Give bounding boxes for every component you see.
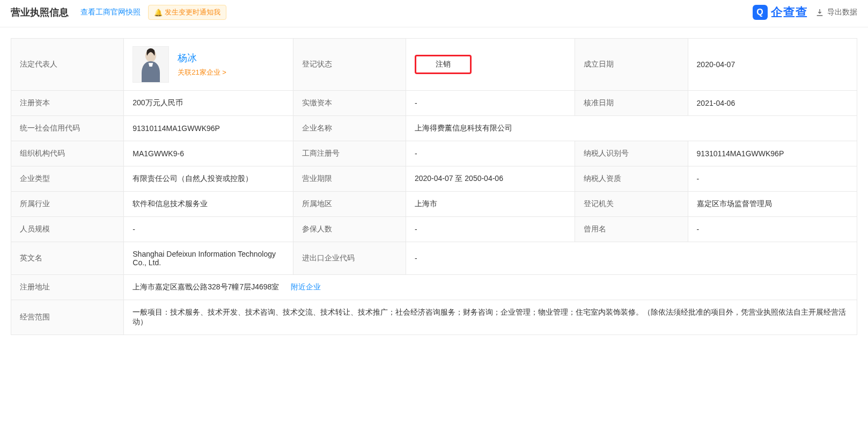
label-tax-qual: 纳税人资质 bbox=[575, 166, 688, 192]
value-org-code: MA1GWWK9-6 bbox=[124, 141, 293, 166]
table-row: 人员规模 - 参保人数 - 曾用名 - bbox=[11, 217, 857, 242]
label-company-name: 企业名称 bbox=[293, 116, 406, 141]
value-biz-scope: 一般项目：技术服务、技术开发、技术咨询、技术交流、技术转让、技术推广；社会经济咨… bbox=[124, 300, 857, 335]
value-reg-capital: 200万元人民币 bbox=[124, 91, 293, 116]
bell-icon: 🔔 bbox=[154, 9, 163, 17]
value-tax-qual: - bbox=[688, 166, 857, 192]
label-reg-authority: 登记机关 bbox=[575, 192, 688, 217]
value-import-export: - bbox=[406, 242, 857, 275]
value-biz-term: 2020-04-07 至 2050-04-06 bbox=[406, 166, 575, 192]
business-license-table: 法定代表人 杨冰 关联21家企业 > 登记状态 注销 bbox=[11, 38, 857, 335]
value-reg-authority: 嘉定区市场监督管理局 bbox=[688, 192, 857, 217]
qcc-logo-text: 企查查 bbox=[771, 4, 808, 20]
label-biz-scope: 经营范围 bbox=[11, 300, 124, 335]
label-region: 所属地区 bbox=[293, 192, 406, 217]
label-reg-capital: 注册资本 bbox=[11, 91, 124, 116]
label-biz-term: 营业期限 bbox=[293, 166, 406, 192]
label-reg-no: 工商注册号 bbox=[293, 141, 406, 166]
label-approval-date: 核准日期 bbox=[575, 91, 688, 116]
value-staff-size: - bbox=[124, 217, 293, 242]
reg-address-text: 上海市嘉定区嘉戬公路328号7幢7层J4698室 bbox=[133, 282, 279, 291]
value-company-type: 有限责任公司（自然人投资或控股） bbox=[124, 166, 293, 192]
label-reg-status: 登记状态 bbox=[293, 39, 406, 91]
value-estab-date: 2020-04-07 bbox=[688, 39, 857, 91]
value-paid-capital: - bbox=[406, 91, 575, 116]
table-row: 统一社会信用代码 91310114MA1GWWK96P 企业名称 上海得费薰信息… bbox=[11, 116, 857, 141]
label-paid-capital: 实缴资本 bbox=[293, 91, 406, 116]
nearby-companies-link[interactable]: 附近企业 bbox=[291, 282, 321, 291]
table-row: 注册地址 上海市嘉定区嘉戬公路328号7幢7层J4698室 附近企业 bbox=[11, 275, 857, 300]
label-insured-num: 参保人数 bbox=[293, 217, 406, 242]
value-reg-no: - bbox=[406, 141, 575, 166]
value-insured-num: - bbox=[406, 217, 575, 242]
value-reg-address: 上海市嘉定区嘉戬公路328号7幢7层J4698室 附近企业 bbox=[124, 275, 857, 300]
legal-rep-name-link[interactable]: 杨冰 bbox=[178, 52, 226, 64]
table-row: 注册资本 200万元人民币 实缴资本 - 核准日期 2021-04-06 bbox=[11, 91, 857, 116]
notify-label: 发生变更时通知我 bbox=[165, 8, 220, 17]
label-credit-code: 统一社会信用代码 bbox=[11, 116, 124, 141]
value-approval-date: 2021-04-06 bbox=[688, 91, 857, 116]
person-icon bbox=[137, 46, 165, 82]
value-legal-rep: 杨冰 关联21家企业 > bbox=[124, 39, 293, 91]
download-icon bbox=[815, 8, 824, 17]
status-highlight-box: 注销 bbox=[415, 55, 472, 74]
table-row: 组织机构代码 MA1GWWK9-6 工商注册号 - 纳税人识别号 9131011… bbox=[11, 141, 857, 166]
avatar bbox=[133, 46, 169, 83]
value-english-name: Shanghai Defeixun Information Technology… bbox=[124, 242, 293, 275]
value-industry: 软件和信息技术服务业 bbox=[124, 192, 293, 217]
value-reg-status: 注销 bbox=[406, 39, 575, 91]
label-english-name: 英文名 bbox=[11, 242, 124, 275]
related-companies-link[interactable]: 关联21家企业 > bbox=[178, 68, 226, 76]
table-row: 英文名 Shanghai Defeixun Information Techno… bbox=[11, 242, 857, 275]
value-region: 上海市 bbox=[406, 192, 575, 217]
export-button[interactable]: 导出数据 bbox=[815, 8, 857, 17]
header-right: Q 企查查 导出数据 bbox=[753, 4, 857, 20]
value-company-name: 上海得费薰信息科技有限公司 bbox=[406, 116, 857, 141]
label-org-code: 组织机构代码 bbox=[11, 141, 124, 166]
export-label: 导出数据 bbox=[827, 8, 857, 17]
label-tax-id: 纳税人识别号 bbox=[575, 141, 688, 166]
value-tax-id: 91310114MA1GWWK96P bbox=[688, 141, 857, 166]
qcc-logo[interactable]: Q 企查查 bbox=[753, 4, 808, 20]
label-company-type: 企业类型 bbox=[11, 166, 124, 192]
table-row: 法定代表人 杨冰 关联21家企业 > 登记状态 注销 bbox=[11, 39, 857, 91]
qcc-logo-icon: Q bbox=[753, 5, 768, 20]
label-industry: 所属行业 bbox=[11, 192, 124, 217]
table-row: 所属行业 软件和信息技术服务业 所属地区 上海市 登记机关 嘉定区市场监督管理局 bbox=[11, 192, 857, 217]
label-estab-date: 成立日期 bbox=[575, 39, 688, 91]
label-legal-rep: 法定代表人 bbox=[11, 39, 124, 91]
label-former-name: 曾用名 bbox=[575, 217, 688, 242]
value-credit-code: 91310114MA1GWWK96P bbox=[124, 116, 293, 141]
table-row: 企业类型 有限责任公司（自然人投资或控股） 营业期限 2020-04-07 至 … bbox=[11, 166, 857, 192]
page-title: 营业执照信息 bbox=[11, 6, 69, 19]
snapshot-link[interactable]: 查看工商官网快照 bbox=[80, 8, 141, 17]
notify-button[interactable]: 🔔 发生变更时通知我 bbox=[148, 5, 226, 20]
value-former-name: - bbox=[688, 217, 857, 242]
table-row: 经营范围 一般项目：技术服务、技术开发、技术咨询、技术交流、技术转让、技术推广；… bbox=[11, 300, 857, 335]
label-reg-address: 注册地址 bbox=[11, 275, 124, 300]
label-staff-size: 人员规模 bbox=[11, 217, 124, 242]
label-import-export: 进出口企业代码 bbox=[293, 242, 406, 275]
header: 营业执照信息 查看工商官网快照 🔔 发生变更时通知我 Q 企查查 导出数据 bbox=[0, 0, 868, 27]
